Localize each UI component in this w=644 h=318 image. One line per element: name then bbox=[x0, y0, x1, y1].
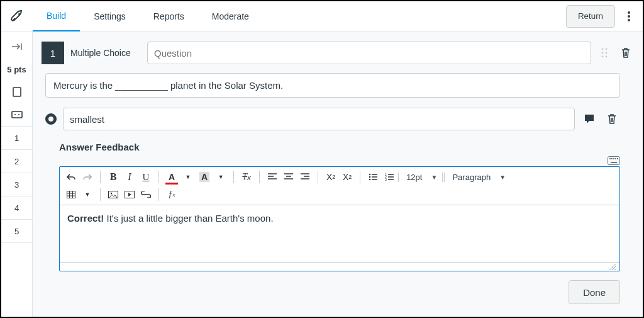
answer-correct-radio[interactable] bbox=[45, 113, 57, 125]
rte-image-button[interactable] bbox=[106, 187, 121, 202]
return-button[interactable]: Return bbox=[566, 5, 615, 28]
svg-point-0 bbox=[18, 13, 20, 15]
app-logo bbox=[1, 1, 33, 31]
svg-point-3 bbox=[628, 19, 630, 21]
kebab-icon bbox=[628, 11, 630, 21]
feedback-rest-text: It's just a little bigger than Earth's m… bbox=[104, 213, 273, 224]
speech-bubble-icon bbox=[584, 113, 595, 125]
keyboard-shortcuts-button[interactable] bbox=[42, 156, 620, 165]
rail-question-1[interactable]: 1 bbox=[1, 127, 33, 149]
page-icon bbox=[13, 87, 21, 97]
item-bank-icon bbox=[11, 111, 23, 118]
question-stem[interactable]: Mercury is the __________ planet in the … bbox=[45, 73, 620, 98]
answer-feedback-heading: Answer Feedback bbox=[59, 142, 634, 152]
tab-reports[interactable]: Reports bbox=[140, 1, 198, 31]
app-frame: Build Settings Reports Moderate Return 5… bbox=[0, 0, 644, 318]
link-icon bbox=[141, 191, 151, 198]
question-title-input[interactable] bbox=[147, 42, 591, 64]
rail-question-3[interactable]: 3 bbox=[1, 173, 33, 196]
svg-point-13 bbox=[606, 56, 608, 58]
svg-text:3: 3 bbox=[385, 178, 387, 181]
rte-underline-button[interactable]: U bbox=[138, 169, 153, 185]
rte-numbered-list-button[interactable]: 123 bbox=[382, 169, 397, 185]
rte-font-size-label: 12pt bbox=[401, 173, 440, 182]
table-icon bbox=[67, 191, 75, 198]
rail-points: 5 pts bbox=[1, 58, 33, 81]
rte-equation-button[interactable]: ƒx bbox=[164, 187, 179, 202]
question-type-label: Multiple Choice bbox=[70, 48, 141, 58]
done-button[interactable]: Done bbox=[569, 280, 620, 304]
main-panel: 1 Multiple Choice Mercury is the _______… bbox=[33, 31, 643, 317]
feedback-bold-text: Correct! bbox=[67, 213, 104, 224]
rte-clear-formatting-button[interactable]: Tx bbox=[239, 169, 254, 185]
rail-question-4[interactable]: 4 bbox=[1, 196, 33, 219]
svg-rect-17 bbox=[613, 158, 614, 159]
rte-content-area[interactable]: Correct! It's just a little bigger than … bbox=[60, 205, 619, 262]
tab-settings[interactable]: Settings bbox=[80, 1, 140, 31]
resize-grip-icon bbox=[609, 264, 616, 270]
svg-point-6 bbox=[14, 114, 16, 115]
drag-handle[interactable] bbox=[597, 42, 611, 64]
rte-font-size-select[interactable]: 12pt ▼ bbox=[398, 173, 443, 182]
rte-align-right-button[interactable] bbox=[297, 169, 313, 185]
rte-block-format-select[interactable]: Paragraph ▼ bbox=[444, 173, 511, 182]
trash-icon bbox=[607, 113, 617, 125]
rte-align-center-button[interactable] bbox=[281, 169, 296, 185]
feedback-editor: B I U A ▼ A ▼ Tx X2 X2 bbox=[59, 166, 620, 271]
rocket-icon bbox=[9, 9, 25, 24]
rte-italic-button[interactable]: I bbox=[122, 169, 137, 185]
rte-text-color-dropdown[interactable]: ▼ bbox=[180, 169, 196, 185]
rte-align-left-button[interactable] bbox=[265, 169, 280, 185]
svg-point-10 bbox=[602, 52, 604, 54]
rte-text-color-button[interactable]: A bbox=[164, 169, 179, 185]
svg-rect-4 bbox=[13, 88, 21, 96]
rte-subscript-button[interactable]: X2 bbox=[340, 169, 355, 185]
rte-bold-button[interactable]: B bbox=[106, 169, 121, 185]
rte-superscript-button[interactable]: X2 bbox=[323, 169, 338, 185]
numbered-list-icon: 123 bbox=[385, 173, 394, 181]
svg-point-11 bbox=[606, 52, 608, 54]
more-options-button[interactable] bbox=[620, 5, 638, 28]
rte-highlight-button[interactable]: A bbox=[197, 169, 212, 185]
answer-feedback-button[interactable] bbox=[581, 108, 597, 130]
tab-moderate[interactable]: Moderate bbox=[198, 1, 263, 31]
svg-rect-5 bbox=[12, 111, 22, 118]
rail-question-2[interactable]: 2 bbox=[1, 150, 33, 173]
delete-question-button[interactable] bbox=[618, 42, 634, 64]
rte-undo-button[interactable] bbox=[64, 169, 79, 185]
delete-answer-button[interactable] bbox=[604, 108, 620, 130]
svg-rect-15 bbox=[609, 158, 611, 159]
svg-point-9 bbox=[606, 48, 608, 50]
question-header: 1 Multiple Choice bbox=[42, 42, 634, 64]
svg-rect-19 bbox=[617, 158, 618, 159]
media-icon bbox=[125, 191, 135, 198]
answer-row bbox=[45, 108, 620, 130]
rte-highlight-dropdown[interactable]: ▼ bbox=[213, 169, 228, 185]
svg-rect-27 bbox=[67, 191, 75, 198]
rte-redo-button[interactable] bbox=[80, 169, 95, 185]
rte-media-button[interactable] bbox=[122, 187, 137, 202]
rte-link-button[interactable] bbox=[138, 187, 153, 202]
svg-point-7 bbox=[18, 114, 19, 115]
svg-point-22 bbox=[369, 176, 371, 178]
drag-handle-icon bbox=[601, 48, 608, 58]
rte-bullet-list-button[interactable] bbox=[365, 169, 380, 185]
rte-table-button[interactable] bbox=[64, 187, 79, 202]
tab-build[interactable]: Build bbox=[33, 1, 80, 31]
collapse-right-icon bbox=[12, 43, 22, 50]
rte-table-dropdown[interactable]: ▼ bbox=[80, 187, 95, 202]
svg-point-29 bbox=[111, 193, 112, 194]
rail-collapse-button[interactable] bbox=[1, 35, 33, 58]
app-body: 5 pts 1 2 3 4 5 1 Multiple Choice bbox=[1, 31, 643, 317]
header-tabs: Build Settings Reports Moderate bbox=[33, 1, 263, 31]
align-right-icon bbox=[301, 173, 309, 181]
rail-question-5[interactable]: 5 bbox=[1, 220, 33, 242]
keyboard-icon bbox=[608, 156, 620, 165]
svg-point-21 bbox=[369, 174, 371, 176]
rte-toolbar: B I U A ▼ A ▼ Tx X2 X2 bbox=[60, 167, 619, 205]
rail-item-bank-button[interactable] bbox=[1, 103, 33, 126]
trash-icon bbox=[621, 47, 631, 59]
rte-resize-handle[interactable] bbox=[60, 262, 619, 271]
rail-page-icon-button[interactable] bbox=[1, 81, 33, 103]
answer-text-input[interactable] bbox=[63, 108, 575, 130]
